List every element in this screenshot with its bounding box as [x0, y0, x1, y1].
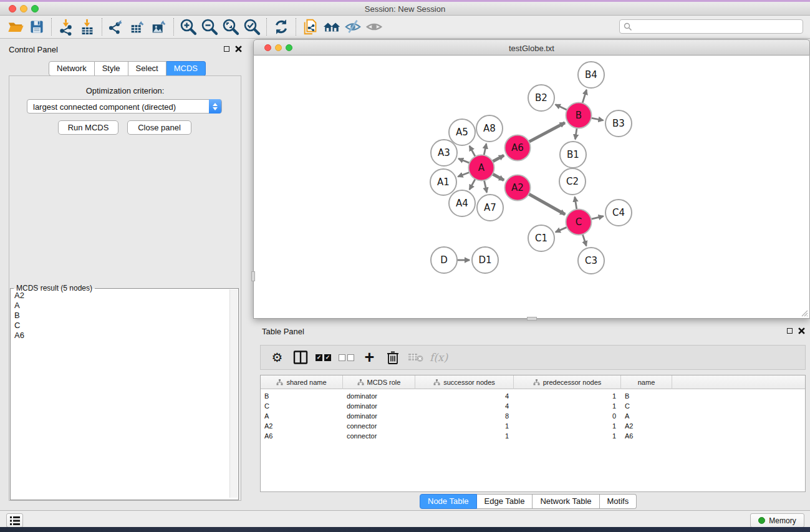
table-cell[interactable]: 0: [514, 411, 621, 421]
import-network-icon[interactable]: [55, 17, 77, 37]
close-panel-icon[interactable]: [798, 327, 805, 334]
edge-A-A2[interactable]: [492, 173, 504, 180]
mcds-result-item[interactable]: B: [11, 311, 228, 321]
edge-A-A4[interactable]: [470, 178, 476, 190]
table-cell[interactable]: A6: [261, 431, 343, 441]
network-window-titlebar[interactable]: testGlobe.txt: [253, 39, 810, 56]
window-resize-grip[interactable]: [800, 309, 808, 317]
graph-node-A2[interactable]: A2: [505, 175, 531, 201]
table-cell[interactable]: A6: [621, 431, 672, 441]
column-header-shared-name[interactable]: shared name: [261, 375, 343, 389]
mcds-result-item[interactable]: A: [11, 301, 228, 311]
edge-C-C1[interactable]: [556, 227, 568, 233]
table-cell[interactable]: C: [261, 401, 343, 411]
mcds-result-item[interactable]: C: [11, 321, 228, 331]
tab-edge-table[interactable]: Edge Table: [477, 494, 533, 509]
table-cell[interactable]: 1: [415, 421, 514, 431]
add-column-plus-icon[interactable]: +: [358, 347, 381, 368]
graph-node-B4[interactable]: B4: [578, 62, 604, 88]
tab-node-table[interactable]: Node Table: [420, 494, 477, 509]
mcds-result-item[interactable]: A2: [11, 291, 228, 301]
table-cell[interactable]: B: [261, 391, 343, 401]
tab-mcds[interactable]: MCDS: [166, 61, 206, 76]
table-cell[interactable]: A2: [621, 421, 672, 431]
column-header-name[interactable]: name: [621, 375, 672, 389]
edge-C-C4[interactable]: [591, 216, 604, 220]
table-cell[interactable]: A2: [261, 421, 343, 431]
graph-node-D[interactable]: D: [431, 247, 457, 273]
delete-trash-icon[interactable]: [381, 347, 404, 368]
close-panel-button[interactable]: Close panel: [127, 120, 191, 135]
memory-button[interactable]: Memory: [750, 513, 804, 528]
table-cell[interactable]: 1: [415, 431, 514, 441]
zoom-fit-icon[interactable]: [220, 17, 241, 37]
edge-C-C2[interactable]: [575, 197, 577, 211]
graph-node-C[interactable]: C: [566, 210, 592, 235]
table-row[interactable]: Cdominator41C: [261, 401, 805, 411]
delete-table-icon[interactable]: [404, 347, 427, 368]
tab-motifs[interactable]: Motifs: [600, 494, 637, 509]
table-cell[interactable]: 4: [415, 401, 514, 411]
table-row[interactable]: A6connector11A6: [261, 431, 805, 441]
table-cell[interactable]: dominator: [343, 411, 415, 421]
function-builder-icon[interactable]: f(x): [427, 347, 450, 368]
import-table-icon[interactable]: [77, 17, 98, 37]
run-mcds-button[interactable]: Run MCDS: [58, 120, 118, 135]
table-row[interactable]: A2connector11A2: [261, 421, 805, 431]
table-cell[interactable]: 8: [415, 411, 514, 421]
edge-A-A5[interactable]: [470, 146, 476, 157]
export-table-icon[interactable]: [127, 17, 148, 37]
search-input[interactable]: [635, 21, 800, 32]
network-graph[interactable]: B4B2BB3A5A8A6B1A3AC2A1A2A4A7C4CC1C3DD1: [254, 56, 809, 317]
graph-node-A1[interactable]: A1: [430, 169, 456, 195]
edge-B-B3[interactable]: [591, 118, 604, 120]
graph-node-C2[interactable]: C2: [559, 168, 586, 195]
table-row[interactable]: Bdominator41B: [261, 391, 805, 401]
edge-A6-B[interactable]: [528, 123, 565, 142]
export-image-icon[interactable]: [148, 17, 170, 37]
copy-network-icon[interactable]: [300, 17, 321, 37]
table-cell[interactable]: connector: [343, 421, 415, 431]
dropdown-stepper-icon[interactable]: [209, 99, 221, 114]
graph-node-C4[interactable]: C4: [605, 200, 632, 226]
graph-node-A5[interactable]: A5: [449, 119, 475, 145]
table-cell[interactable]: dominator: [343, 401, 415, 411]
table-cell[interactable]: 1: [514, 391, 621, 401]
table-cell[interactable]: A: [261, 411, 343, 421]
table-cell[interactable]: 1: [514, 421, 621, 431]
graph-node-A7[interactable]: A7: [477, 195, 503, 221]
zoom-selected-icon[interactable]: [241, 17, 263, 37]
edge-A-A8[interactable]: [484, 144, 486, 157]
table-cell[interactable]: 4: [415, 391, 514, 401]
edge-C-C3[interactable]: [582, 233, 587, 246]
table-cell[interactable]: dominator: [343, 391, 415, 401]
float-panel-icon[interactable]: [787, 328, 793, 334]
edge-B-B2[interactable]: [556, 105, 568, 110]
close-panel-icon[interactable]: [235, 46, 242, 52]
graph-node-D1[interactable]: D1: [472, 247, 498, 273]
split-column-view-icon[interactable]: [289, 347, 312, 368]
table-settings-gear-icon[interactable]: ⚙: [266, 347, 289, 368]
edge-A-A6[interactable]: [492, 155, 504, 162]
table-row[interactable]: Adominator80A: [261, 411, 805, 421]
deselect-all-checkboxes-icon[interactable]: [335, 347, 358, 368]
open-folder-icon[interactable]: [5, 17, 26, 37]
tab-network-table[interactable]: Network Table: [533, 494, 599, 509]
graph-node-B[interactable]: B: [566, 103, 592, 128]
float-panel-icon[interactable]: [224, 46, 229, 52]
edge-B-B1[interactable]: [576, 127, 577, 140]
graph-node-C3[interactable]: C3: [578, 248, 604, 274]
table-cell[interactable]: C: [621, 401, 672, 411]
column-header-MCDS-role[interactable]: MCDS role: [343, 375, 415, 389]
mcds-result-item[interactable]: A6: [11, 331, 228, 341]
table-cell[interactable]: connector: [343, 431, 415, 441]
edge-A2-C[interactable]: [528, 193, 566, 215]
tab-network[interactable]: Network: [49, 61, 95, 76]
network-canvas[interactable]: B4B2BB3A5A8A6B1A3AC2A1A2A4A7C4CC1C3DD1: [253, 56, 810, 319]
tab-style[interactable]: Style: [95, 61, 128, 76]
refresh-icon[interactable]: [271, 17, 292, 37]
zoom-out-icon[interactable]: [199, 17, 220, 37]
table-cell[interactable]: A: [621, 411, 672, 421]
horizontal-splitter-handle[interactable]: [527, 317, 537, 321]
table-cell[interactable]: B: [621, 391, 672, 401]
